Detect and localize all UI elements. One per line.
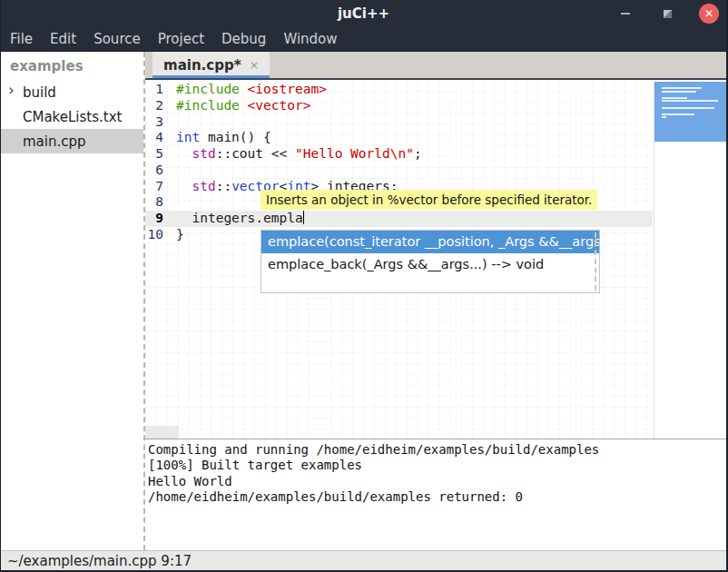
sidebar-item-main-cpp[interactable]: main.cpp: [1, 129, 143, 153]
menubar-items: FileEditSourceProjectDebugWindow: [1, 27, 726, 52]
minimap-line: [662, 91, 696, 93]
code-area: 1#include <iostream>2#include <vector>34…: [145, 82, 653, 243]
code-line-6[interactable]: 6: [145, 163, 653, 179]
code-line-1[interactable]: 1#include <iostream>: [145, 82, 653, 98]
doc-tooltip: Inserts an object in %vector before spec…: [261, 190, 597, 210]
editor-pane: main.cpp* × 1#include <iostream>2#includ…: [145, 52, 726, 550]
line-text: [172, 194, 176, 211]
window-body: examples ›buildCMakeLists.txtmain.cpp ma…: [1, 52, 726, 550]
line-text: [172, 163, 176, 179]
minimap-viewport[interactable]: [654, 82, 726, 142]
tab-label: main.cpp*: [163, 57, 241, 74]
close-button[interactable]: ✕: [699, 4, 719, 24]
line-text: #include <vector>: [172, 98, 310, 114]
gutter-end-block: [145, 426, 179, 439]
minimap[interactable]: [654, 80, 726, 439]
line-text: }: [172, 227, 184, 243]
window-controls: ✕: [615, 0, 719, 27]
menu-item-source[interactable]: Source: [93, 31, 141, 47]
autocomplete-popup: emplace(const_iterator __position, _Args…: [261, 230, 600, 293]
menu-item-edit[interactable]: Edit: [50, 31, 76, 47]
code-line-2[interactable]: 2#include <vector>: [145, 98, 653, 114]
code-line-9[interactable]: 9 integers.empla: [145, 211, 653, 227]
line-text: std::cout << "Hello World\n";: [172, 146, 422, 163]
minimap-line: [662, 116, 666, 118]
menu-item-file[interactable]: File: [10, 31, 33, 47]
line-number: 5: [145, 146, 172, 163]
file-tree: ›buildCMakeLists.txtmain.cpp: [1, 80, 143, 153]
project-name-header: examples: [1, 52, 143, 80]
minimap-line: [662, 87, 702, 89]
minimap-line: [662, 100, 718, 102]
file-label: build: [23, 84, 56, 101]
close-icon: ✕: [704, 7, 713, 20]
line-text: [172, 114, 176, 131]
tab-main-cpp[interactable]: main.cpp* ×: [152, 52, 270, 78]
chevron-right-icon[interactable]: ›: [8, 81, 15, 99]
juci-window: juCi++ ✕ FileEditSourceProjectDebugWindo…: [0, 0, 728, 572]
code-editor[interactable]: 1#include <iostream>2#include <vector>34…: [145, 80, 726, 439]
line-number: 3: [145, 114, 172, 131]
restore-icon: [664, 10, 672, 18]
popup-scrollbar[interactable]: [595, 232, 596, 291]
line-text: #include <iostream>: [172, 82, 327, 98]
output-line: [100%] Built target examples: [148, 458, 726, 473]
minimap-line: [662, 107, 714, 109]
output-line: Hello World: [148, 474, 726, 489]
status-file-position: ~/examples/main.cpp 9:17: [7, 553, 192, 569]
line-text: int main() {: [172, 130, 271, 146]
line-text: integers.empla: [172, 211, 304, 227]
file-label: CMakeLists.txt: [23, 109, 122, 125]
menu-item-project[interactable]: Project: [158, 31, 204, 47]
sidebar-item-cmakelists-txt[interactable]: CMakeLists.txt: [1, 104, 143, 129]
line-number: 10: [145, 227, 172, 243]
tab-close-icon[interactable]: ×: [249, 58, 259, 72]
output-line: Compiling and running /home/eidheim/exam…: [148, 442, 726, 458]
menu-item-debug[interactable]: Debug: [221, 31, 266, 47]
tab-strip: main.cpp* ×: [145, 52, 726, 80]
window-title: juCi++: [338, 5, 389, 22]
line-number: 7: [145, 179, 172, 195]
line-number: 1: [145, 82, 172, 98]
line-number: 9: [145, 211, 172, 227]
status-bar: ~/examples/main.cpp 9:17: [1, 550, 726, 570]
code-line-5[interactable]: 5 std::cout << "Hello World\n";: [145, 146, 653, 163]
line-number: 8: [145, 194, 172, 211]
minimap-line: [662, 113, 694, 115]
autocomplete-item[interactable]: emplace(const_iterator __position, _Args…: [261, 231, 599, 253]
text-cursor: [303, 211, 304, 224]
minimize-button[interactable]: [615, 4, 635, 24]
output-line: /home/eidheim/examples/build/examples re…: [148, 489, 726, 505]
minimap-line: [662, 97, 687, 99]
file-sidebar: examples ›buildCMakeLists.txtmain.cpp: [1, 52, 145, 550]
code-line-3[interactable]: 3: [145, 114, 653, 131]
line-number: 6: [145, 163, 172, 179]
sidebar-item-build[interactable]: ›build: [1, 80, 143, 104]
code-line-4[interactable]: 4int main() {: [145, 130, 653, 146]
output-panel[interactable]: Compiling and running /home/eidheim/exam…: [145, 439, 726, 550]
titlebar[interactable]: juCi++ ✕: [1, 0, 726, 27]
menu-item-window[interactable]: Window: [283, 31, 337, 47]
file-label: main.cpp: [23, 133, 86, 150]
minimize-icon: [621, 13, 630, 15]
autocomplete-item[interactable]: emplace_back(_Args &&__args...) --> void: [261, 253, 599, 276]
line-number: 2: [145, 98, 172, 114]
restore-button[interactable]: [657, 4, 677, 24]
line-number: 4: [145, 130, 172, 146]
